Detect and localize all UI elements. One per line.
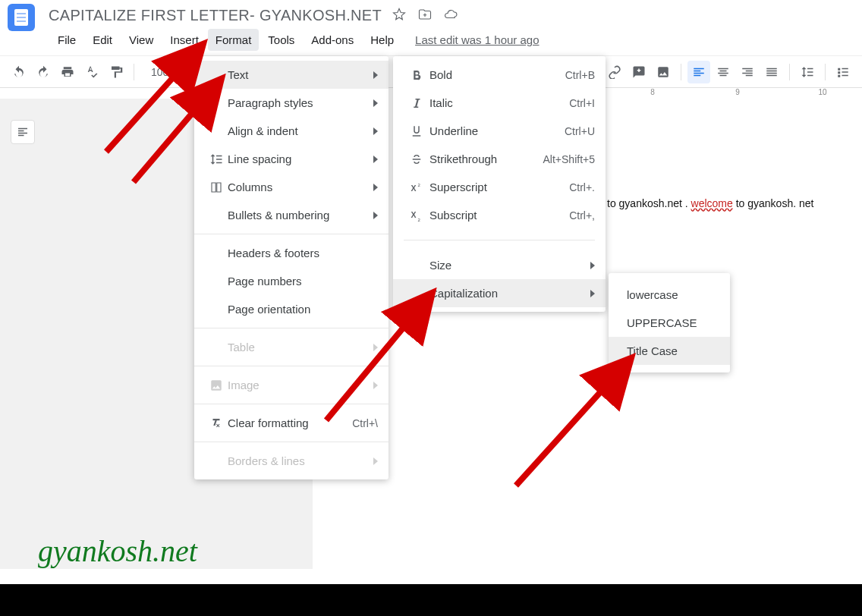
menu-view[interactable]: View <box>121 29 161 51</box>
outline-toggle[interactable] <box>11 120 35 144</box>
undo-button[interactable] <box>8 61 30 83</box>
menuitem-text[interactable]: Text <box>194 61 389 89</box>
move-icon[interactable] <box>418 8 432 24</box>
menuitem-lowercase[interactable]: lowercase <box>609 281 730 309</box>
menu-format[interactable]: Format <box>208 29 260 51</box>
footer-blackbar <box>0 584 862 616</box>
align-right-button[interactable] <box>736 61 759 83</box>
insert-image-button[interactable] <box>652 61 675 83</box>
menuitem-line-spacing[interactable]: Line spacing <box>194 145 389 173</box>
align-center-button[interactable] <box>712 61 735 83</box>
menuitem-capitalization[interactable]: Capitalization <box>393 279 606 307</box>
menuitem-uppercase[interactable]: UPPERCASE <box>609 309 730 337</box>
paint-format-button[interactable] <box>105 61 127 83</box>
text-submenu: BoldCtrl+B ItalicCtrl+I UnderlineCtrl+U … <box>393 56 606 312</box>
add-comment-button[interactable] <box>628 61 650 83</box>
svg-text:2: 2 <box>418 217 421 222</box>
format-dropdown: Text Paragraph styles Align & indent Lin… <box>194 56 389 479</box>
menuitem-bullets-numbering[interactable]: Bullets & numbering <box>194 201 389 229</box>
menu-help[interactable]: Help <box>363 29 401 51</box>
watermark-text: gyankosh.net <box>38 533 197 569</box>
strikethrough-icon <box>404 152 429 166</box>
document-title[interactable]: CAPITALIZE FIRST LETTER- GYANKOSH.NET <box>49 7 382 24</box>
image-icon <box>205 379 228 392</box>
menuitem-size[interactable]: Size <box>393 251 606 279</box>
menu-addons[interactable]: Add-ons <box>304 29 361 51</box>
menu-file[interactable]: File <box>50 29 83 51</box>
italic-icon <box>404 96 429 110</box>
document-body-text: to gyankosh.net . welcome to gyankosh. n… <box>607 197 813 209</box>
line-spacing-button[interactable] <box>796 61 819 83</box>
svg-text:X: X <box>411 183 417 192</box>
menuitem-paragraph-styles[interactable]: Paragraph styles <box>194 89 389 117</box>
menuitem-columns[interactable]: Columns <box>194 173 389 201</box>
menuitem-subscript[interactable]: X2 SubscriptCtrl+, <box>393 201 606 229</box>
menuitem-strikethrough[interactable]: StrikethroughAlt+Shift+5 <box>393 145 606 173</box>
menuitem-table: Table <box>194 333 389 361</box>
align-left-button[interactable] <box>687 61 710 83</box>
checklist-button[interactable] <box>832 61 854 83</box>
capitalization-submenu: lowercase UPPERCASE Title Case <box>609 273 730 372</box>
menu-edit[interactable]: Edit <box>85 29 120 51</box>
star-icon[interactable] <box>392 8 406 24</box>
menuitem-page-orientation[interactable]: Page orientation <box>194 295 389 323</box>
menuitem-page-numbers[interactable]: Page numbers <box>194 267 389 295</box>
zoom-value: 100% <box>151 66 178 78</box>
zoom-dropdown[interactable]: 100% <box>145 66 195 78</box>
spellcheck-button[interactable] <box>80 61 103 83</box>
svg-text:2: 2 <box>418 182 421 187</box>
docs-app-icon[interactable] <box>8 4 35 31</box>
menuitem-align-indent[interactable]: Align & indent <box>194 117 389 145</box>
menuitem-clear-formatting[interactable]: Clear formatting Ctrl+\ <box>194 409 389 437</box>
menu-bar: File Edit View Insert Format Tools Add-o… <box>0 26 862 56</box>
line-spacing-icon <box>205 152 228 166</box>
align-justify-button[interactable] <box>760 61 783 83</box>
columns-icon <box>205 181 228 194</box>
insert-link-button[interactable] <box>603 61 626 83</box>
underline-icon <box>404 124 429 138</box>
menuitem-borders-lines: Borders & lines <box>194 447 389 475</box>
menu-insert[interactable]: Insert <box>162 29 206 51</box>
cloud-status-icon[interactable] <box>444 8 458 24</box>
menuitem-headers-footers[interactable]: Headers & footers <box>194 239 389 267</box>
last-edit-link[interactable]: Last edit was 1 hour ago <box>415 33 539 46</box>
redo-button[interactable] <box>32 61 55 83</box>
menuitem-image: Image <box>194 371 389 399</box>
menuitem-titlecase[interactable]: Title Case <box>609 337 730 365</box>
subscript-icon: X2 <box>404 209 429 222</box>
bold-icon <box>404 68 429 82</box>
chevron-down-icon <box>181 68 189 76</box>
menuitem-underline[interactable]: UnderlineCtrl+U <box>393 117 606 145</box>
print-button[interactable] <box>56 61 79 83</box>
menuitem-superscript[interactable]: X2 SuperscriptCtrl+. <box>393 173 606 201</box>
menuitem-bold[interactable]: BoldCtrl+B <box>393 61 606 89</box>
menuitem-italic[interactable]: ItalicCtrl+I <box>393 89 606 117</box>
clear-format-icon <box>205 416 228 430</box>
svg-text:X: X <box>411 210 417 219</box>
superscript-icon: X2 <box>404 181 429 194</box>
menu-tools[interactable]: Tools <box>260 29 302 51</box>
